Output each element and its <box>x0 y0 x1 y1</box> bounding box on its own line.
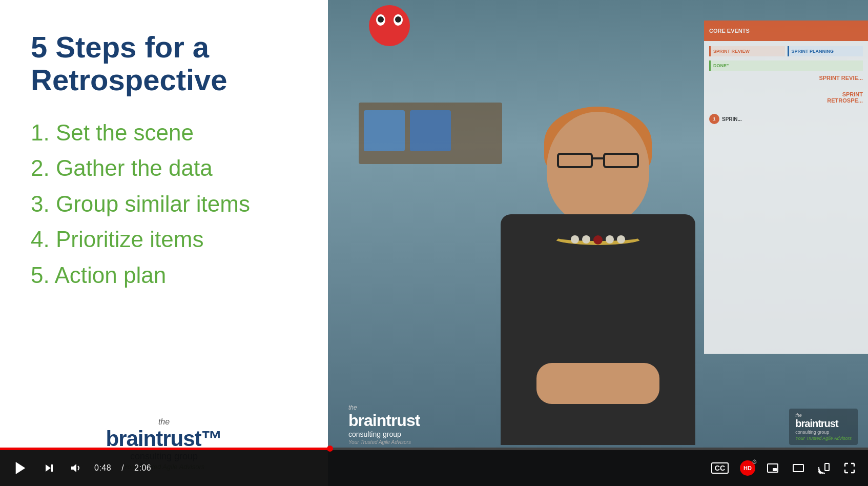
poster-header: CORE EVENTS <box>704 21 868 41</box>
volume-button[interactable] <box>68 460 84 476</box>
fullscreen-button[interactable] <box>841 460 858 476</box>
list-item: 5. Action plan <box>31 259 297 291</box>
glasses-left <box>557 153 593 168</box>
play-icon <box>12 460 29 476</box>
logo-the: the <box>31 417 297 427</box>
overlay-logo-left: the braintrust consulting group Your Tru… <box>348 404 420 445</box>
overlay-logo-consulting: consulting group <box>348 430 420 438</box>
list-item: 4. Prioritize items <box>31 224 297 255</box>
bead-4 <box>617 235 625 244</box>
cc-badge: CC <box>711 462 729 474</box>
person-body <box>501 214 695 445</box>
slide-title-line2: Retrospective <box>31 63 228 96</box>
bead-1 <box>571 235 579 244</box>
miniplayer-button[interactable] <box>764 460 781 476</box>
hands <box>536 363 659 404</box>
play-button[interactable] <box>10 458 31 478</box>
bead-3 <box>606 235 614 244</box>
svg-rect-6 <box>793 464 803 472</box>
slide-panel: 5 Steps for a Retrospective 1. Set the s… <box>0 0 328 486</box>
cast-button[interactable] <box>816 460 832 476</box>
shelf-item-1 <box>364 110 405 151</box>
poster-number-badge: 1 <box>709 114 719 124</box>
progress-fill <box>0 448 330 450</box>
time-separator: / <box>121 463 124 473</box>
step-number-5: 5. <box>31 262 50 288</box>
poster-retro-section: SPRINT RETROSPE... <box>709 91 863 104</box>
svg-rect-7 <box>825 463 829 471</box>
svg-marker-1 <box>46 464 51 472</box>
glasses-bridge <box>593 157 604 159</box>
poster-sprint-text: SPRIN... <box>722 116 742 122</box>
overlay-logo-small-consulting: consulting group <box>795 430 852 435</box>
necklace <box>552 230 644 245</box>
skip-icon <box>43 462 55 474</box>
bead-accent <box>593 235 603 245</box>
controls-bar: 0:48 / 2:06 CC HD ⚙ <box>0 448 868 486</box>
necklace-beads <box>571 235 625 245</box>
poster-item-label: SPRINT REVIEW <box>713 49 782 54</box>
overlay-logo-right: the braintrust consulting group Your Tru… <box>789 409 858 445</box>
poster-planning-section: 1 SPRIN... <box>709 114 863 124</box>
poster-item-label2: SPRINT PLANNING <box>792 49 861 54</box>
step-text-2: Gather the data <box>56 155 213 180</box>
character-figure <box>369 5 415 51</box>
poster-item-2: SPRINT PLANNING <box>788 46 863 56</box>
overlay-logo-tagline: Your Trusted Agile Advisors <box>348 439 420 445</box>
step-text-5: Action plan <box>55 262 167 288</box>
poster-sprint-section: SPRINT REVIE... <box>709 75 863 81</box>
progress-dot <box>327 445 333 452</box>
slide-title: 5 Steps for a Retrospective <box>31 31 297 96</box>
poster-planning-item: 1 SPRIN... <box>709 114 863 124</box>
poster-item-1: SPRINT REVIEW <box>709 46 785 56</box>
arms-area <box>536 342 659 404</box>
poster-header-text: CORE EVENTS <box>709 28 750 34</box>
step-number-4: 4. <box>31 227 50 252</box>
character-body <box>369 5 410 46</box>
steps-list: 1. Set the scene 2. Gather the data 3. G… <box>31 117 297 291</box>
overlay-logo-the: the <box>348 404 420 411</box>
settings-container: HD ⚙ <box>740 460 755 476</box>
miniplayer-icon <box>767 462 779 474</box>
step-number-1: 1. <box>31 120 50 145</box>
controls-right: CC HD ⚙ <box>709 460 858 476</box>
slide-content: 5 Steps for a Retrospective 1. Set the s… <box>31 31 297 417</box>
svg-marker-0 <box>16 462 26 474</box>
video-panel: CORE EVENTS SPRINT REVIEW SPRINT PLANNIN… <box>328 0 868 486</box>
slide-title-line1: 5 Steps for a <box>31 30 209 64</box>
hd-label: HD <box>743 465 752 471</box>
step-number-2: 2. <box>31 155 50 180</box>
volume-icon <box>70 462 82 474</box>
step-text-3: Group similar items <box>56 191 250 216</box>
poster-sprint-review-label: SPRINT REVIE... <box>709 75 863 81</box>
svg-rect-5 <box>773 468 777 471</box>
overlay-logo-small-brand: braintrust <box>795 418 852 430</box>
poster-done: DONE" <box>709 60 863 71</box>
time-display: 0:48 <box>94 463 111 473</box>
character-pupil-left <box>378 16 384 23</box>
poster-board: CORE EVENTS SPRINT REVIEW SPRINT PLANNIN… <box>704 21 868 354</box>
controls-row: 0:48 / 2:06 CC HD ⚙ <box>0 450 868 486</box>
controls-left: 0:48 / 2:06 <box>10 458 151 478</box>
step-number-3: 3. <box>31 191 50 216</box>
glasses-right <box>603 153 639 168</box>
poster-retro-label2: RETROSPE... <box>709 97 863 104</box>
bead-2 <box>582 235 590 244</box>
theater-icon <box>792 462 804 474</box>
person-head <box>547 112 649 225</box>
svg-rect-2 <box>51 464 53 472</box>
video-content: 5 Steps for a Retrospective 1. Set the s… <box>0 0 868 486</box>
skip-button[interactable] <box>41 460 57 476</box>
overlay-logo-brand: braintrust <box>348 411 420 430</box>
poster-retro-label: SPRINT <box>709 91 863 97</box>
overlay-logo-small-tagline: Your Trusted Agile Advisors <box>795 436 852 441</box>
theater-mode-button[interactable] <box>790 460 807 476</box>
overlay-logo-small-the: the <box>795 413 852 418</box>
total-time-display: 2:06 <box>134 463 151 473</box>
list-item: 3. Group similar items <box>31 188 297 220</box>
poster-done-label: DONE" <box>713 63 860 68</box>
cc-button[interactable]: CC <box>709 460 731 476</box>
character-pupil-right <box>395 16 401 23</box>
progress-bar[interactable] <box>0 448 868 450</box>
poster-grid: SPRINT REVIEW SPRINT PLANNING <box>709 46 863 56</box>
